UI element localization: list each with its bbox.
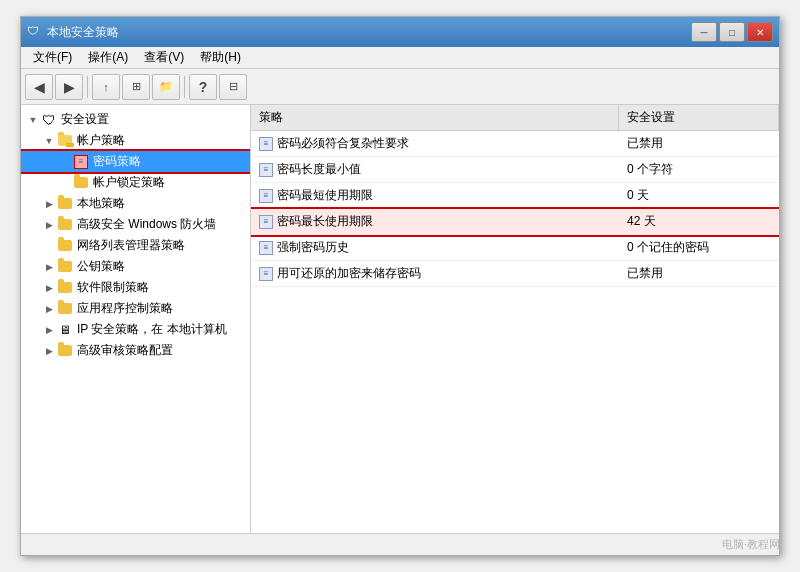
- list-cell-policy-minlength: 密码长度最小值: [251, 157, 619, 182]
- list-cell-security-history: 0 个记住的密码: [619, 235, 779, 260]
- expand-icon-software[interactable]: [41, 280, 57, 296]
- list-row-complexity[interactable]: 密码必须符合复杂性要求 已禁用: [251, 131, 779, 157]
- window-icon: 🛡: [27, 24, 43, 40]
- software-folder-icon: [57, 280, 73, 296]
- tree-label-root: 安全设置: [61, 111, 109, 128]
- audit-folder-icon: [57, 343, 73, 359]
- list-cell-security-reversible: 已禁用: [619, 261, 779, 286]
- tree-label-audit: 高级审核策略配置: [77, 342, 173, 359]
- tree-item-netlist[interactable]: 网络列表管理器策略: [21, 235, 250, 256]
- pubkey-folder-icon: [57, 259, 73, 275]
- tree-label-netlist: 网络列表管理器策略: [77, 237, 185, 254]
- close-button[interactable]: ✕: [747, 22, 773, 42]
- expand-icon-root[interactable]: [25, 112, 41, 128]
- tree-item-password[interactable]: 密码策略: [21, 151, 250, 172]
- tree-panel: 🛡 安全设置 帐户策略 密码策略: [21, 105, 251, 533]
- tree-label-ipsec: IP 安全策略，在 本地计算机: [77, 321, 227, 338]
- tree-item-software[interactable]: 软件限制策略: [21, 277, 250, 298]
- toolbar-separator-2: [184, 76, 185, 98]
- tree-label-applocker: 应用程序控制策略: [77, 300, 173, 317]
- list-cell-security-minage: 0 天: [619, 183, 779, 208]
- tree-item-root[interactable]: 🛡 安全设置: [21, 109, 250, 130]
- main-window: 🛡 本地安全策略 ─ □ ✕ 文件(F) 操作(A) 查看(V) 帮助(H) ◀…: [20, 16, 780, 556]
- list-cell-policy-history: 强制密码历史: [251, 235, 619, 260]
- list-cell-security-minlength: 0 个字符: [619, 157, 779, 182]
- list-cell-policy-complexity: 密码必须符合复杂性要求: [251, 131, 619, 156]
- menu-action[interactable]: 操作(A): [80, 47, 136, 68]
- back-button[interactable]: ◀: [25, 74, 53, 100]
- netlist-folder-icon: [57, 238, 73, 254]
- minimize-button[interactable]: ─: [691, 22, 717, 42]
- tree-item-audit[interactable]: 高级审核策略配置: [21, 340, 250, 361]
- toolbar-separator-1: [87, 76, 88, 98]
- account-folder-icon: [57, 133, 73, 149]
- menu-file[interactable]: 文件(F): [25, 47, 80, 68]
- title-bar-controls: ─ □ ✕: [691, 22, 773, 42]
- root-icon: 🛡: [41, 112, 57, 128]
- grid-button[interactable]: ⊞: [122, 74, 150, 100]
- list-cell-policy-minage: 密码最短使用期限: [251, 183, 619, 208]
- folder-button[interactable]: 📁: [152, 74, 180, 100]
- title-bar: 🛡 本地安全策略 ─ □ ✕: [21, 17, 779, 47]
- tree-item-local[interactable]: 本地策略: [21, 193, 250, 214]
- tree-label-password: 密码策略: [93, 153, 141, 170]
- expand-icon-pubkey[interactable]: [41, 259, 57, 275]
- list-row-history[interactable]: 强制密码历史 0 个记住的密码: [251, 235, 779, 261]
- password-policy-icon: [73, 154, 89, 170]
- expand-icon-applocker[interactable]: [41, 301, 57, 317]
- tree-label-software: 软件限制策略: [77, 279, 149, 296]
- expand-icon-firewall[interactable]: [41, 217, 57, 233]
- row-icon-reversible: [259, 267, 273, 281]
- expand-icon-ipsec[interactable]: [41, 322, 57, 338]
- list-row-minage[interactable]: 密码最短使用期限 0 天: [251, 183, 779, 209]
- tree-item-account[interactable]: 帐户策略: [21, 130, 250, 151]
- list-cell-security-complexity: 已禁用: [619, 131, 779, 156]
- menu-view[interactable]: 查看(V): [136, 47, 192, 68]
- tree-label-local: 本地策略: [77, 195, 125, 212]
- local-folder-icon: [57, 196, 73, 212]
- list-row-reversible[interactable]: 用可还原的加密来储存密码 已禁用: [251, 261, 779, 287]
- tree-item-ipsec[interactable]: 🖥 IP 安全策略，在 本地计算机: [21, 319, 250, 340]
- tree-item-pubkey[interactable]: 公钥策略: [21, 256, 250, 277]
- ipsec-computer-icon: 🖥: [57, 322, 73, 338]
- applocker-folder-icon: [57, 301, 73, 317]
- row-icon-complexity: [259, 137, 273, 151]
- extra-button[interactable]: ⊟: [219, 74, 247, 100]
- maximize-button[interactable]: □: [719, 22, 745, 42]
- tree-label-lockout: 帐户锁定策略: [93, 174, 165, 191]
- title-bar-left: 🛡 本地安全策略: [27, 24, 119, 41]
- tree-label-pubkey: 公钥策略: [77, 258, 125, 275]
- list-row-minlength[interactable]: 密码长度最小值 0 个字符: [251, 157, 779, 183]
- help-button[interactable]: ?: [189, 74, 217, 100]
- expand-icon-audit[interactable]: [41, 343, 57, 359]
- tree-label-account: 帐户策略: [77, 132, 125, 149]
- list-panel: 策略 安全设置 密码必须符合复杂性要求 已禁用: [251, 105, 779, 533]
- lockout-folder-icon: [73, 175, 89, 191]
- expand-icon-local[interactable]: [41, 196, 57, 212]
- list-row-maxage[interactable]: 密码最长使用期限 42 天: [251, 209, 779, 235]
- toolbar: ◀ ▶ ↑ ⊞ 📁 ? ⊟: [21, 69, 779, 105]
- row-icon-minage: [259, 189, 273, 203]
- column-header-security[interactable]: 安全设置: [619, 105, 779, 130]
- menu-help[interactable]: 帮助(H): [192, 47, 249, 68]
- list-cell-policy-reversible: 用可还原的加密来储存密码: [251, 261, 619, 286]
- up-button[interactable]: ↑: [92, 74, 120, 100]
- tree-label-firewall: 高级安全 Windows 防火墙: [77, 216, 216, 233]
- firewall-folder-icon: [57, 217, 73, 233]
- forward-button[interactable]: ▶: [55, 74, 83, 100]
- expand-icon-account[interactable]: [41, 133, 57, 149]
- list-header: 策略 安全设置: [251, 105, 779, 131]
- row-icon-history: [259, 241, 273, 255]
- tree-item-firewall[interactable]: 高级安全 Windows 防火墙: [21, 214, 250, 235]
- tree-item-lockout[interactable]: 帐户锁定策略: [21, 172, 250, 193]
- row-icon-minlength: [259, 163, 273, 177]
- list-cell-policy-maxage: 密码最长使用期限: [251, 209, 619, 234]
- window-title: 本地安全策略: [47, 24, 119, 41]
- row-icon-maxage: [259, 215, 273, 229]
- main-content: 🛡 安全设置 帐户策略 密码策略: [21, 105, 779, 533]
- list-cell-security-maxage: 42 天: [619, 209, 779, 234]
- menu-bar: 文件(F) 操作(A) 查看(V) 帮助(H): [21, 47, 779, 69]
- tree-item-applocker[interactable]: 应用程序控制策略: [21, 298, 250, 319]
- column-header-policy[interactable]: 策略: [251, 105, 619, 130]
- status-bar: [21, 533, 779, 555]
